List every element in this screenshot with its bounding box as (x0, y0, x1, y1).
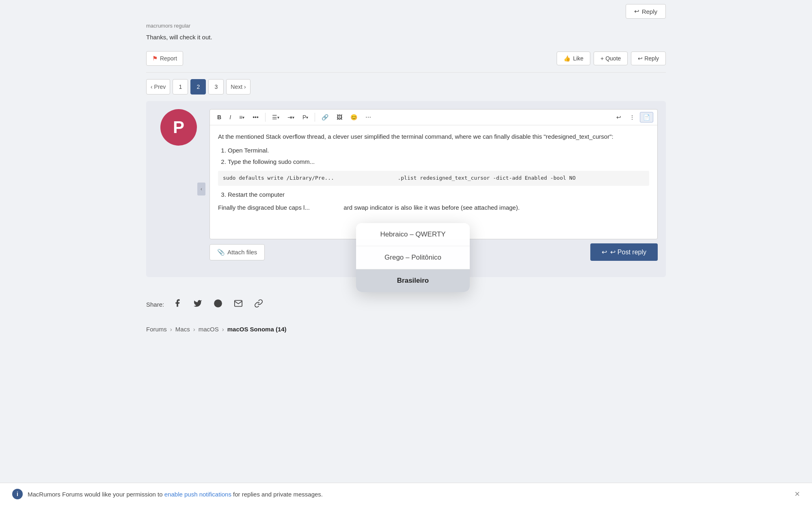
reddit-icon: r/ (214, 299, 222, 310)
separator-1 (265, 113, 266, 122)
breadcrumb-forums[interactable]: Forums (146, 326, 167, 333)
prev-page-button[interactable]: ‹ Prev (146, 79, 170, 95)
vertical-dots-icon: ⋮ (629, 114, 635, 120)
bold-button[interactable]: B (214, 112, 225, 122)
reply-icon: ↩ (634, 8, 639, 15)
draft-icon: 📄 (643, 114, 650, 120)
breadcrumb: Forums › Macs › macOS › macOS Sonoma (14… (146, 319, 666, 345)
chevron-down-icon: ▾ (292, 115, 294, 120)
page-2-button[interactable]: 2 (190, 79, 206, 95)
like-label: Like (573, 55, 583, 62)
list-button[interactable]: ☰ ▾ (269, 112, 283, 122)
top-reply-button[interactable]: ↩ Reply (626, 4, 666, 19)
image-icon: 🖼 (337, 114, 342, 120)
reddit-share-button[interactable]: r/ (211, 297, 225, 311)
more-format-button[interactable]: ••• (249, 112, 262, 122)
post-footer-left: ⚑ Report (146, 51, 183, 66)
link-button[interactable]: 🔗 (318, 112, 332, 122)
top-reply-label: Reply (642, 8, 657, 15)
paragraph-button[interactable]: P ▾ (299, 112, 311, 122)
chevron-down-icon: ▾ (306, 115, 308, 120)
report-button[interactable]: ⚑ Report (146, 51, 183, 66)
breadcrumb-separator: › (170, 326, 172, 333)
chevron-left-icon: ‹ (201, 186, 202, 192)
quote-label: + Quote (600, 55, 621, 62)
chain-link-icon (254, 299, 263, 310)
attach-files-label: Attach files (227, 249, 257, 256)
twitter-share-button[interactable] (191, 297, 205, 311)
editor-toolbar: B I ≡ ▾ ••• ☰ ▾ (210, 110, 657, 125)
editor-list-1: Open Terminal. Type the following sudo c… (228, 146, 649, 167)
list-item: Restart the computer (228, 190, 649, 200)
emoji-icon: 😊 (350, 114, 357, 120)
avatar-column: P (154, 109, 203, 269)
email-icon (234, 299, 243, 310)
email-share-button[interactable] (231, 297, 245, 311)
breadcrumb-macs[interactable]: Macs (175, 326, 190, 333)
flag-icon: ⚑ (152, 55, 158, 62)
undo-icon: ↩ (616, 114, 621, 120)
editor-paragraph-1: At the mentioned Stack overflow thread, … (218, 132, 649, 142)
editor-container: B I ≡ ▾ ••• ☰ ▾ (209, 109, 658, 239)
toolbar-options-button[interactable]: ⋮ (626, 112, 638, 122)
language-dropdown: Hebraico – QWERTY Grego – Politônico Bra… (356, 223, 470, 292)
editor-body[interactable]: At the mentioned Stack overflow thread, … (210, 125, 657, 239)
indent-button[interactable]: ⇥ ▾ (284, 112, 298, 122)
chevron-down-icon: ▾ (277, 115, 279, 120)
attach-files-button[interactable]: 📎 Attach files (209, 244, 265, 260)
list-item: Open Terminal. (228, 146, 649, 155)
toolbar-right: ↩ ⋮ 📄 (613, 112, 653, 122)
breadcrumb-separator-2: › (193, 326, 195, 333)
link-icon: 🔗 (322, 114, 328, 120)
page-3-button[interactable]: 3 (208, 79, 224, 95)
reply-send-icon: ↩ (602, 248, 607, 256)
like-button[interactable]: 👍 Like (557, 52, 590, 65)
facebook-icon (173, 299, 182, 310)
breadcrumb-macos[interactable]: macOS (199, 326, 219, 333)
link-share-button[interactable] (252, 297, 266, 311)
code-block: sudo defaults write /Library/Pre... .pli… (218, 171, 649, 186)
breadcrumb-separator-3: › (222, 326, 224, 333)
thanks-message: Thanks, will check it out. (146, 30, 666, 46)
align-button[interactable]: ≡ ▾ (236, 112, 248, 122)
more-toolbar-button[interactable]: ⋯ (362, 112, 374, 122)
next-page-button[interactable]: Next › (226, 79, 250, 95)
chevron-down-icon: ▾ (242, 115, 244, 120)
breadcrumb-current: macOS Sonoma (14) (227, 326, 287, 333)
user-label: macrumors regular (146, 21, 666, 30)
pagination: ‹ Prev 1 2 3 Next › (146, 73, 666, 101)
share-section: Share: r/ (146, 289, 666, 319)
post-reply-button[interactable]: ↩ ↩ Post reply (590, 243, 658, 261)
post-footer-right: 👍 Like + Quote ↩ Reply (557, 52, 666, 65)
editor-column: B I ≡ ▾ ••• ☰ ▾ (209, 109, 658, 269)
dropdown-item-greek[interactable]: Grego – Politônico (356, 246, 470, 269)
page-1-button[interactable]: 1 (173, 79, 188, 95)
editor-list-2: Restart the computer (228, 190, 649, 200)
thumb-icon: 👍 (564, 55, 570, 62)
post-reply-label: ↩ Post reply (610, 248, 646, 256)
italic-button[interactable]: I (226, 112, 234, 122)
separator-2 (315, 113, 315, 122)
quote-button[interactable]: + Quote (594, 52, 628, 65)
list-item: Type the following sudo comm... (228, 157, 649, 167)
dropdown-item-hebrew[interactable]: Hebraico – QWERTY (356, 223, 470, 246)
facebook-share-button[interactable] (171, 297, 184, 311)
reply-section: P ‹ B I ≡ ▾ (146, 101, 666, 277)
report-label: Report (160, 55, 177, 62)
emoji-button[interactable]: 😊 (347, 112, 361, 122)
undo-button[interactable]: ↩ (613, 112, 624, 122)
editor-paragraph-2: Finally the disgraced blue caps l... ard… (218, 203, 649, 213)
svg-text:r/: r/ (216, 302, 219, 305)
paperclip-icon: 📎 (217, 249, 225, 256)
twitter-icon (193, 299, 202, 310)
reply-label: ↩ Reply (638, 55, 659, 62)
post-footer: ⚑ Report 👍 Like + Quote ↩ Reply (146, 46, 666, 73)
image-button[interactable]: 🖼 (333, 112, 346, 122)
avatar: P (160, 109, 197, 146)
share-label: Share: (146, 301, 164, 308)
reply-button[interactable]: ↩ Reply (631, 52, 666, 65)
draft-button[interactable]: 📄 (640, 112, 653, 122)
dropdown-item-brazilian[interactable]: Brasileiro (356, 269, 470, 292)
collapse-button[interactable]: ‹ (197, 183, 205, 196)
